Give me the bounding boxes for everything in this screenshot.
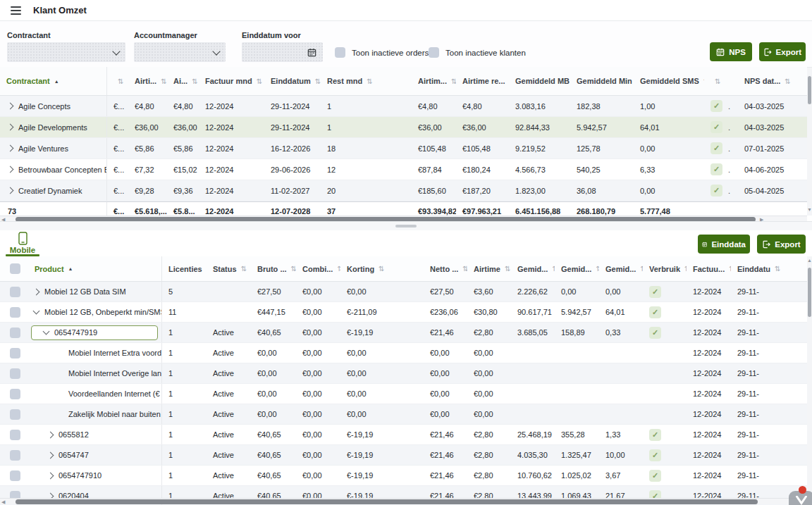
column-header[interactable]: Gemid...⇅: [511, 256, 555, 281]
product-cell[interactable]: Mobiel 12 GB Data SIM: [28, 282, 162, 301]
contract-row[interactable]: Betrouwbaar Concepten B.V.€...€7,32€15,0…: [0, 159, 807, 180]
contractant-cell[interactable]: Creatief Dynamiek: [0, 180, 107, 201]
column-header[interactable]: Status⇅: [207, 256, 251, 281]
chevron-right-icon[interactable]: [7, 145, 14, 152]
row-checkbox[interactable]: [10, 409, 20, 420]
product-cell[interactable]: Zakelijk Mobiel naar buiten ...: [28, 404, 162, 424]
contract-row[interactable]: Agile Concepts€...€4,80€4,8012-202429-11…: [0, 96, 807, 117]
column-header[interactable]: Airtime⇅: [467, 256, 511, 281]
focused-cell[interactable]: 0654747919: [31, 325, 158, 340]
chevron-down-icon[interactable]: [33, 308, 40, 315]
column-header[interactable]: ⇅: [704, 67, 738, 95]
column-header[interactable]: Ai...⇅: [167, 67, 199, 95]
nps-button[interactable]: NPS: [710, 42, 752, 61]
splitter-drag-handle[interactable]: [395, 225, 417, 227]
product-row[interactable]: Mobiel 12 GB, Onbeperkt min/SMS11€447,15…: [0, 302, 807, 323]
column-header[interactable]: ⇅: [107, 67, 128, 95]
column-header[interactable]: Gemiddeld SMS⇅: [634, 67, 704, 95]
chevron-right-icon[interactable]: [47, 451, 54, 459]
contract-row[interactable]: Creatief Dynamiek€...€9,28€9,3612-202411…: [0, 180, 807, 201]
row-checkbox[interactable]: [10, 430, 20, 440]
column-header[interactable]: Verbruik⇅: [643, 256, 687, 281]
row-checkbox[interactable]: [10, 348, 20, 359]
toon-inactieve-orders-checkbox[interactable]: Toon inactieve orders: [335, 47, 429, 58]
vscrollbar-thumb[interactable]: [808, 76, 811, 104]
row-checkbox[interactable]: [10, 470, 20, 481]
accountmanager-select[interactable]: [134, 42, 226, 62]
column-header[interactable]: Netto ...⇅: [424, 256, 467, 281]
column-header[interactable]: Factuur mnd⇅: [199, 67, 264, 95]
export-button[interactable]: Export: [759, 42, 806, 61]
product-row[interactable]: Mobiel 12 GB Data SIM5€27,50€0,00€0,00€2…: [0, 282, 807, 302]
product-cell[interactable]: 0654747: [28, 445, 162, 465]
row-checkbox[interactable]: [10, 328, 20, 338]
column-header[interactable]: Factuu...⇅: [687, 256, 731, 281]
column-header[interactable]: Airti...⇅: [128, 67, 167, 95]
product-row[interactable]: Voordeellanden Internet (€ ...1Active€0,…: [0, 384, 807, 404]
einddatum-voor-date-input[interactable]: [242, 42, 323, 62]
column-header[interactable]: Combi...⇅: [296, 256, 340, 281]
scroll-left-icon[interactable]: ◀: [1, 499, 5, 505]
chevron-right-icon[interactable]: [47, 431, 54, 438]
product-cell[interactable]: Mobiel Internet Overige lan...: [28, 363, 162, 383]
chevron-right-icon[interactable]: [7, 166, 14, 173]
column-header[interactable]: NPS dat...⇅: [738, 67, 807, 95]
column-header[interactable]: Contractant▲: [0, 67, 107, 95]
column-header[interactable]: Airtime re...⇅: [456, 67, 509, 95]
product-row[interactable]: 06558121Active€40,65€0,00€-19,19€21,46€2…: [0, 425, 807, 445]
column-header[interactable]: Rest mnd⇅: [321, 67, 412, 95]
vscrollbar-thumb[interactable]: [808, 268, 811, 317]
column-header[interactable]: Gemiddeld MB⇅: [509, 67, 570, 95]
product-row[interactable]: Mobiel Internet Extra voord...1Active€0,…: [0, 343, 807, 363]
product-cell[interactable]: Mobiel Internet Extra voord...: [28, 343, 162, 363]
scroll-up-icon[interactable]: ▲: [807, 258, 812, 263]
row-checkbox[interactable]: [10, 450, 20, 461]
contract-row[interactable]: Agile Developments€...€36,00€36,0012-202…: [0, 117, 807, 138]
contractant-cell[interactable]: Agile Concepts: [0, 96, 107, 116]
column-header[interactable]: Einddatu⇅: [731, 256, 807, 281]
product-cell[interactable]: 0655812: [28, 425, 162, 444]
chevron-right-icon[interactable]: [47, 472, 54, 479]
toon-inactieve-klanten-checkbox[interactable]: Toon inactieve klanten: [429, 47, 526, 58]
row-checkbox[interactable]: [10, 287, 20, 297]
row-checkbox[interactable]: [10, 368, 20, 379]
menu-hamburger-icon[interactable]: [11, 6, 21, 15]
contractant-cell[interactable]: Agile Ventures: [0, 138, 107, 158]
select-all-checkbox[interactable]: [10, 263, 20, 274]
product-cell[interactable]: Mobiel 12 GB, Onbeperkt min/SMS: [28, 302, 162, 322]
product-row[interactable]: Mobiel Internet Overige lan...1Active€0,…: [0, 363, 807, 384]
contractant-cell[interactable]: Agile Developments: [0, 117, 107, 137]
column-header[interactable]: [0, 256, 28, 281]
tab-mobile[interactable]: Mobile: [6, 232, 39, 254]
product-row[interactable]: 06547479101Active€40,65€0,00€-19,19€21,4…: [0, 466, 807, 486]
contract-row[interactable]: Agile Ventures€...€5,86€5,8612-202416-12…: [0, 138, 807, 159]
chevron-right-icon[interactable]: [7, 124, 14, 131]
contractant-select[interactable]: [7, 42, 125, 62]
einddata-button[interactable]: Einddata: [698, 235, 750, 254]
column-header[interactable]: Gemid...⇅: [555, 256, 599, 281]
detail-export-button[interactable]: Export: [757, 235, 806, 254]
column-header[interactable]: Product▲: [28, 256, 162, 281]
product-row[interactable]: 06547471Active€40,65€0,00€-19,19€21,46€2…: [0, 445, 807, 466]
product-cell[interactable]: 0654747919: [28, 323, 162, 342]
column-header[interactable]: Gemiddeld Min⇅: [570, 67, 634, 95]
product-cell[interactable]: Voordeellanden Internet (€ ...: [28, 384, 162, 404]
chevron-right-icon[interactable]: [7, 103, 14, 110]
column-header[interactable]: Licenties⇅: [162, 256, 207, 281]
contractant-cell[interactable]: Betrouwbaar Concepten B.V.: [0, 159, 107, 180]
chevron-right-icon[interactable]: [7, 187, 14, 194]
row-checkbox[interactable]: [10, 389, 20, 399]
column-header[interactable]: Airtim...⇅: [412, 67, 456, 95]
column-header[interactable]: Korting⇅: [340, 256, 424, 281]
column-header[interactable]: Einddatum⇅: [264, 67, 321, 95]
chevron-right-icon[interactable]: [33, 288, 40, 295]
scroll-down-icon[interactable]: ▼: [807, 207, 812, 212]
row-checkbox[interactable]: [10, 307, 20, 318]
hscrollbar-thumb[interactable]: [16, 499, 758, 504]
product-row[interactable]: Zakelijk Mobiel naar buiten ...1Active€0…: [0, 404, 807, 425]
column-header[interactable]: Bruto ...⇅: [251, 256, 296, 281]
product-row[interactable]: 06547479191Active€40,65€0,00€-19,19€21,4…: [0, 323, 807, 343]
chevron-down-icon[interactable]: [43, 328, 50, 335]
product-cell[interactable]: 0654747910: [28, 466, 162, 485]
column-header[interactable]: Gemid...⇅: [599, 256, 643, 281]
